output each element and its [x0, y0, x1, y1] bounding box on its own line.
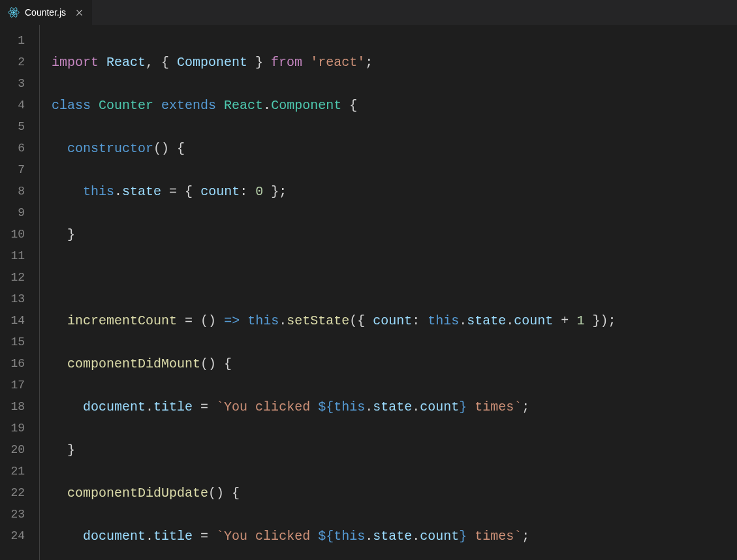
- tab-counter-js[interactable]: Counter.js: [0, 0, 92, 25]
- line-number: 24: [0, 525, 39, 547]
- line-number: 14: [0, 310, 39, 332]
- line-number: 5: [0, 116, 39, 138]
- line-number: 6: [0, 138, 39, 159]
- code-area[interactable]: import React, { Component } from 'react'…: [39, 25, 616, 560]
- line-number: 1: [0, 30, 39, 52]
- line-number: 2: [0, 52, 39, 73]
- line-number: 13: [0, 288, 39, 310]
- code-line[interactable]: this.state = { count: 0 };: [52, 181, 616, 202]
- code-line[interactable]: }: [52, 439, 616, 461]
- code-line[interactable]: document.title = `You clicked ${this.sta…: [52, 396, 616, 418]
- line-number: 15: [0, 332, 39, 353]
- line-number: 21: [0, 461, 39, 482]
- line-number: 11: [0, 245, 39, 267]
- line-number: 3: [0, 73, 39, 95]
- code-line[interactable]: componentDidMount() {: [52, 353, 616, 375]
- code-line[interactable]: constructor() {: [52, 138, 616, 159]
- line-number: 22: [0, 482, 39, 504]
- line-number: 17: [0, 375, 39, 396]
- code-editor[interactable]: 1 2 3 4 5 6 7 8 9 10 11 12 13 14 15 16 1…: [0, 25, 737, 560]
- line-number: 7: [0, 159, 39, 181]
- svg-point-0: [13, 12, 15, 14]
- line-number: 12: [0, 267, 39, 288]
- line-number: 4: [0, 95, 39, 116]
- line-number-gutter: 1 2 3 4 5 6 7 8 9 10 11 12 13 14 15 16 1…: [0, 25, 39, 560]
- line-number: 23: [0, 504, 39, 525]
- tab-bar: Counter.js: [0, 0, 737, 25]
- line-number: 20: [0, 439, 39, 461]
- code-line[interactable]: incrementCount = () => this.setState({ c…: [52, 310, 616, 332]
- line-number: 19: [0, 418, 39, 439]
- code-line[interactable]: }: [52, 224, 616, 245]
- react-icon: [8, 7, 20, 18]
- line-number: 8: [0, 181, 39, 202]
- line-number: 18: [0, 396, 39, 418]
- code-line[interactable]: class Counter extends React.Component {: [52, 95, 616, 116]
- code-line[interactable]: [52, 267, 616, 288]
- line-number: 16: [0, 353, 39, 375]
- line-number: 10: [0, 224, 39, 245]
- code-line[interactable]: document.title = `You clicked ${this.sta…: [52, 525, 616, 547]
- close-icon[interactable]: [74, 7, 84, 18]
- code-line[interactable]: componentDidUpdate() {: [52, 482, 616, 504]
- code-line[interactable]: import React, { Component } from 'react'…: [52, 52, 616, 73]
- line-number: 9: [0, 202, 39, 224]
- tab-filename: Counter.js: [25, 7, 66, 18]
